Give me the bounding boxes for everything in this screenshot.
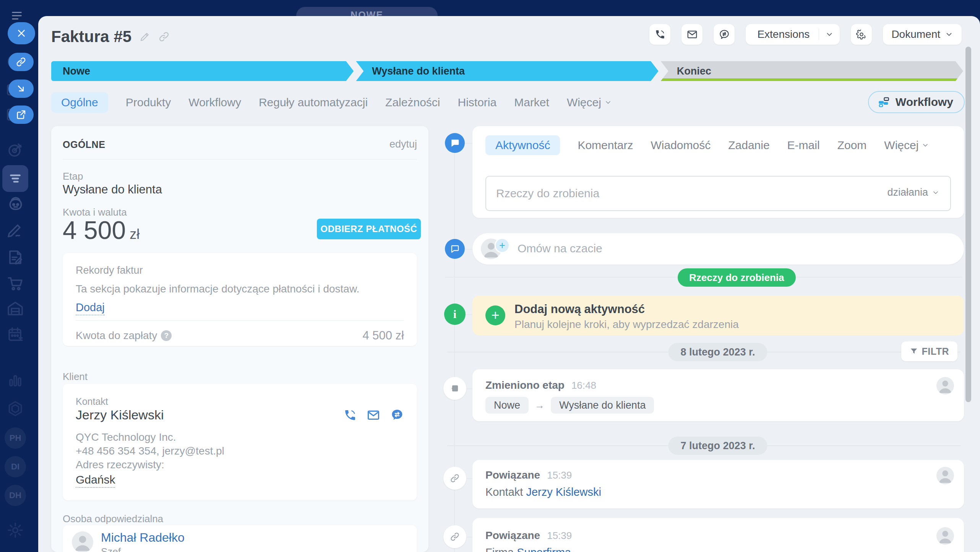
add-activity-banner[interactable]: + Dodaj nową aktywność Planuj kolejne kr… — [472, 295, 964, 335]
sidebar-item-deals-active[interactable] — [2, 165, 28, 192]
pipeline-stage-bar: Nowe Wysłane do klienta Koniec — [51, 61, 963, 81]
call-button[interactable] — [649, 24, 670, 45]
add-activity-title: Dodaj nową aktywność — [514, 302, 645, 316]
invoice-records-description: Ta sekcja pokazuje informacje dotyczące … — [76, 283, 359, 295]
stage-to-pill: Wysłane do klienta — [551, 397, 654, 414]
tab-wiadomosc[interactable]: Wiadomość — [651, 139, 711, 152]
general-panel: OGÓLNE edytuj Etap Wysłane do klienta Kw… — [51, 126, 428, 552]
import-arrow-button[interactable] — [8, 80, 34, 98]
settings-gear-icon[interactable] — [6, 521, 24, 539]
contract-icon[interactable] — [6, 248, 24, 266]
bot-icon[interactable] — [6, 194, 25, 213]
timeline-entry-linked-company: Powiązane 15:39 Firma Superfirma — [472, 518, 964, 552]
add-record-link[interactable]: Dodaj — [76, 301, 105, 315]
funnel-icon — [910, 347, 918, 356]
hamburger-menu-icon[interactable] — [9, 9, 24, 22]
client-city-link[interactable]: Gdańsk — [76, 473, 115, 488]
document-label: Dokument — [891, 28, 940, 41]
calendar-icon[interactable] — [6, 325, 24, 343]
date-separator: 8 lutego 2023 r. FILTR — [441, 343, 964, 361]
actions-dropdown[interactable]: działania — [887, 187, 939, 198]
tab-zadanie[interactable]: Zadanie — [728, 139, 769, 152]
tab-market[interactable]: Market — [514, 96, 549, 109]
avatar — [936, 377, 954, 395]
entry-prefix: Firma — [485, 546, 514, 552]
client-section-label: Klient — [63, 371, 88, 383]
link-record-button[interactable] — [8, 53, 34, 71]
plus-icon[interactable]: + — [485, 305, 505, 325]
scrollbar-thumb[interactable] — [965, 47, 971, 402]
target-icon[interactable] — [6, 141, 24, 159]
activity-timeline: Aktywność Komentarz Wiadomość Zadanie E-… — [441, 126, 964, 552]
tab-aktywnosc[interactable]: Aktywność — [485, 135, 560, 155]
pen-icon[interactable] — [6, 221, 24, 239]
amount-value: 4 500zł — [63, 216, 140, 245]
workflows-button[interactable]: Workflowy — [868, 91, 965, 113]
phone-icon[interactable] — [344, 409, 357, 422]
filter-button[interactable]: FILTR — [901, 341, 957, 361]
workspace-avatar-di[interactable]: DI — [5, 456, 26, 477]
email-button[interactable] — [681, 24, 703, 45]
entry-title: Zmieniono etap — [485, 379, 565, 391]
external-link-button[interactable] — [8, 106, 34, 124]
help-icon[interactable]: ? — [161, 330, 172, 341]
settings-button[interactable] — [851, 24, 872, 45]
record-tabs: Ogólne Produkty Workflowy Reguły automat… — [51, 91, 612, 114]
client-card: Kontakt Jerzy Kiślewski QYC Technology I… — [63, 384, 417, 500]
tab-zaleznosci[interactable]: Zależności — [385, 96, 440, 109]
tab-ogolne[interactable]: Ogólne — [51, 92, 108, 113]
edit-title-icon[interactable] — [139, 31, 151, 42]
record-modal: Faktura #5 Extensions — [38, 16, 980, 552]
chat-composer: + — [472, 233, 964, 265]
amount-due-value: 4 500 zł — [362, 329, 404, 343]
warehouse-icon[interactable] — [6, 299, 24, 318]
linked-contact-link[interactable]: Jerzy Kiślewski — [526, 486, 601, 498]
tab-historia[interactable]: Historia — [458, 96, 497, 109]
stage-change-marker-icon — [443, 377, 466, 400]
chat-input[interactable] — [518, 233, 900, 264]
entry-time: 15:39 — [547, 469, 572, 481]
chevron-down-icon — [604, 99, 612, 106]
tab-wiecej[interactable]: Więcej — [567, 96, 612, 109]
owner-card: Michał Radełko Szef — [63, 525, 417, 552]
tab-email[interactable]: E-mail — [787, 139, 820, 152]
tab-komentarz[interactable]: Komentarz — [578, 139, 633, 152]
edit-link[interactable]: edytuj — [389, 138, 417, 150]
bar-chart-icon[interactable] — [6, 371, 24, 390]
todo-input[interactable] — [496, 177, 840, 210]
add-participant-button[interactable]: + — [495, 238, 510, 253]
tab-wiecej-activity[interactable]: Więcej — [884, 139, 929, 152]
document-dropdown-button[interactable]: Dokument — [883, 24, 962, 45]
avatar — [936, 527, 954, 545]
entry-time: 15:39 — [547, 530, 572, 542]
email-icon[interactable] — [367, 408, 380, 422]
chevron-down-icon — [932, 189, 939, 196]
avatar — [936, 467, 954, 484]
cart-icon[interactable] — [6, 274, 24, 292]
pipeline-stage-wyslane[interactable]: Wysłane do klienta — [356, 61, 658, 81]
pipeline-stage-nowe[interactable]: Nowe — [51, 61, 354, 81]
close-button[interactable] — [8, 22, 35, 44]
tab-reguly-automatyzacji[interactable]: Reguły automatyzacji — [259, 96, 368, 109]
collect-payment-button[interactable]: ODBIERZ PŁATNOŚĆ — [317, 219, 421, 239]
linked-company-link[interactable]: Superfirma — [517, 546, 571, 552]
tab-workflowy[interactable]: Workflowy — [188, 96, 241, 109]
contact-name[interactable]: Jerzy Kiślewski — [76, 408, 164, 422]
client-contact-details: +48 456 354 354, jerzy@test.pl — [76, 445, 224, 457]
pipeline-stage-koniec[interactable]: Koniec — [661, 61, 963, 81]
chat-marker-icon — [445, 239, 465, 259]
chevron-down-icon[interactable] — [819, 30, 840, 39]
copy-link-icon[interactable] — [158, 31, 170, 42]
extensions-button[interactable]: Extensions — [746, 24, 840, 45]
owner-name-link[interactable]: Michał Radełko — [101, 531, 185, 545]
divider — [63, 159, 417, 159]
hexagon-icon[interactable] — [6, 399, 24, 418]
tab-produkty[interactable]: Produkty — [126, 96, 171, 109]
chat-sync-icon[interactable] — [390, 408, 404, 422]
workspace-avatar-ph[interactable]: PH — [5, 427, 26, 449]
chat-sync-button[interactable] — [714, 24, 735, 45]
date-label: 8 lutego 2023 r. — [668, 343, 767, 361]
screen: NOWE — [0, 0, 980, 552]
tab-zoom[interactable]: Zoom — [837, 139, 867, 152]
workspace-avatar-dh[interactable]: DH — [5, 485, 26, 506]
